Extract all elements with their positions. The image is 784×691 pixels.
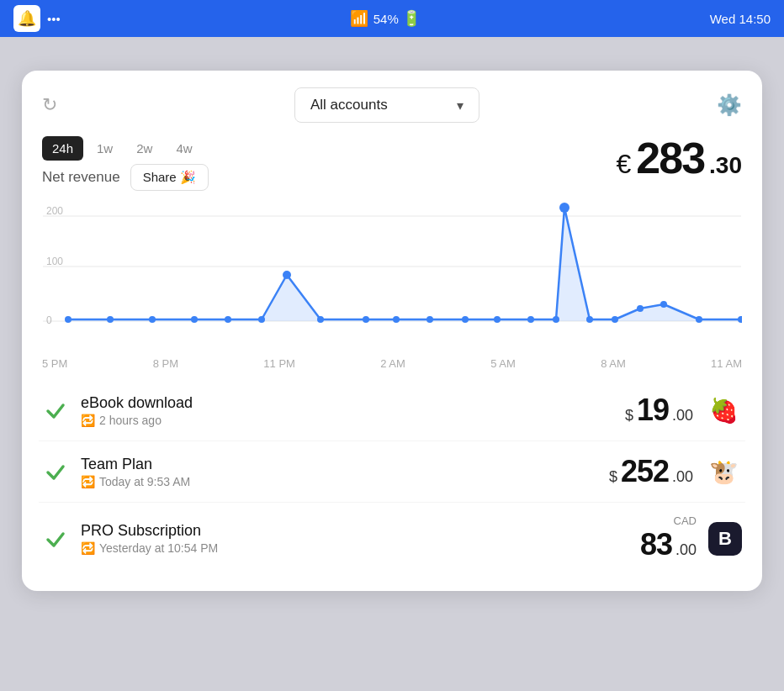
amount-cents: .00 — [675, 541, 697, 559]
svg-text:100: 100 — [46, 256, 63, 267]
amount-main: 83 — [640, 527, 672, 562]
net-revenue-label: Net revenue — [42, 169, 120, 186]
chart-label-8pm: 8 PM — [153, 357, 178, 370]
chart-label-2am: 2 AM — [380, 357, 405, 370]
chevron-down-icon: ▾ — [457, 98, 464, 113]
transaction-item[interactable]: Team Plan 🔁 Today at 9:53 AM $ 252.00 🐮 — [39, 441, 745, 503]
amount-cents: .00 — [672, 407, 693, 425]
chart-label-11am: 11 AM — [711, 357, 742, 370]
card-header: ↻ All accounts ▾ ⚙️ — [22, 71, 762, 131]
check-icon — [42, 458, 69, 485]
metrics-area: 24h 1w 2w 4w Net revenue Share 🎉 € 283.3… — [22, 131, 762, 191]
svg-point-9 — [149, 316, 156, 323]
recycle-icon: 🔁 — [81, 414, 95, 427]
svg-point-13 — [283, 271, 291, 279]
chart-label-5pm: 5 PM — [42, 357, 67, 370]
time-filter-24h[interactable]: 24h — [42, 136, 83, 161]
svg-point-17 — [426, 316, 433, 323]
revenue-currency-symbol: € — [617, 150, 632, 177]
chart-label-11pm: 11 PM — [263, 357, 295, 370]
transaction-name: eBook download — [81, 394, 613, 412]
transaction-amount: $ 19.00 — [625, 393, 693, 428]
transaction-product-icon: 🍓 — [705, 392, 742, 429]
transaction-name: PRO Subscription — [81, 522, 628, 540]
net-revenue-amount: € 283.30 — [617, 136, 743, 180]
net-revenue-label-row: Net revenue Share 🎉 — [42, 164, 209, 191]
svg-point-19 — [494, 316, 501, 323]
chart-label-5am: 5 AM — [490, 357, 516, 370]
revenue-chart: 200 100 0 — [42, 199, 742, 351]
svg-point-8 — [107, 316, 114, 323]
amount-currency: $ — [609, 468, 617, 486]
time-filter-2w[interactable]: 2w — [126, 136, 162, 161]
svg-point-26 — [660, 301, 667, 308]
account-selector-label: All accounts — [310, 97, 388, 113]
status-bar-center: 📶 54% 🔋 — [350, 9, 421, 28]
svg-point-28 — [738, 316, 742, 323]
main-card: ↻ All accounts ▾ ⚙️ 24h 1w 2w 4w Net rev… — [22, 71, 762, 591]
wifi-icon: 📶 — [350, 9, 368, 28]
account-selector[interactable]: All accounts ▾ — [294, 87, 479, 123]
transaction-item[interactable]: PRO Subscription 🔁 Yesterday at 10:54 PM… — [39, 503, 745, 574]
chart-area: 200 100 0 — [22, 191, 762, 377]
svg-point-11 — [225, 316, 231, 323]
battery-icon: 🔋 — [402, 9, 421, 28]
transaction-info: PRO Subscription 🔁 Yesterday at 10:54 PM — [81, 522, 628, 555]
amount-main: 252 — [621, 454, 669, 489]
transaction-amount: $ 252.00 — [609, 454, 693, 489]
transaction-time: 🔁 2 hours ago — [81, 414, 613, 427]
status-bar-right: Wed 14:50 — [710, 12, 771, 26]
amount-main: 19 — [637, 393, 669, 428]
clock: Wed 14:50 — [710, 12, 771, 26]
svg-point-23 — [586, 316, 593, 323]
transaction-info: eBook download 🔁 2 hours ago — [81, 394, 613, 427]
chart-label-8am: 8 AM — [601, 357, 626, 370]
battery-percent: 54% — [373, 12, 399, 26]
time-filter-1w[interactable]: 1w — [87, 136, 123, 161]
transaction-list: eBook download 🔁 2 hours ago $ 19.00 🍓 — [22, 377, 762, 591]
transaction-amount: CAD 83.00 — [640, 514, 697, 562]
svg-point-7 — [65, 316, 72, 323]
revenue-main: 283 — [636, 136, 704, 180]
svg-point-25 — [637, 305, 644, 312]
svg-point-20 — [527, 316, 534, 323]
share-button[interactable]: Share 🎉 — [130, 164, 209, 191]
amount-currency: $ — [625, 407, 633, 425]
amount-cents: .00 — [672, 468, 693, 486]
refresh-icon[interactable]: ↻ — [42, 94, 57, 116]
svg-point-10 — [191, 316, 198, 323]
notification-icon[interactable]: 🔔 — [13, 5, 40, 32]
chart-x-labels: 5 PM 8 PM 11 PM 2 AM 5 AM 8 AM 11 AM — [42, 354, 742, 377]
recycle-icon: 🔁 — [81, 475, 95, 488]
recycle-icon: 🔁 — [81, 541, 95, 555]
transaction-product-icon: 🐮 — [705, 453, 742, 490]
revenue-cents: .30 — [709, 154, 742, 177]
transaction-product-icon: B — [708, 522, 742, 556]
transaction-name: Team Plan — [81, 456, 597, 473]
check-icon — [42, 397, 69, 424]
svg-point-24 — [612, 316, 618, 323]
svg-point-27 — [696, 316, 702, 323]
svg-point-21 — [553, 316, 559, 323]
status-bar-left: 🔔 ••• — [13, 5, 61, 32]
svg-point-16 — [393, 316, 400, 323]
svg-text:0: 0 — [46, 314, 52, 326]
time-filter-4w[interactable]: 4w — [166, 136, 202, 161]
svg-point-15 — [363, 316, 369, 323]
transaction-time: 🔁 Yesterday at 10:54 PM — [81, 541, 628, 555]
svg-marker-6 — [68, 208, 741, 321]
check-icon — [42, 525, 69, 552]
transaction-item[interactable]: eBook download 🔁 2 hours ago $ 19.00 🍓 — [39, 380, 745, 441]
status-bar: 🔔 ••• 📶 54% 🔋 Wed 14:50 — [0, 0, 784, 37]
svg-point-12 — [258, 316, 265, 323]
svg-point-14 — [317, 316, 324, 323]
time-filters: 24h 1w 2w 4w — [42, 136, 209, 161]
svg-point-18 — [462, 316, 469, 323]
transaction-time: 🔁 Today at 9:53 AM — [81, 475, 597, 488]
gear-icon[interactable]: ⚙️ — [717, 93, 742, 117]
transaction-info: Team Plan 🔁 Today at 9:53 AM — [81, 456, 597, 488]
left-metrics: 24h 1w 2w 4w Net revenue Share 🎉 — [42, 136, 209, 191]
currency-code: CAD — [674, 514, 697, 527]
status-dots: ••• — [47, 12, 61, 26]
svg-text:200: 200 — [46, 205, 63, 217]
